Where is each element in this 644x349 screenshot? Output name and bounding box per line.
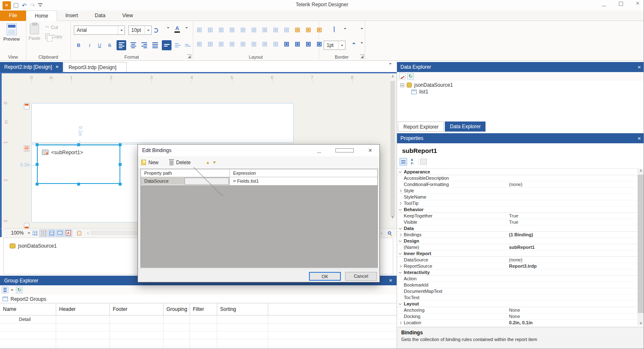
- column-header[interactable]: Filter: [190, 303, 217, 315]
- property-value[interactable]: subReport1: [506, 245, 637, 250]
- font-color-button[interactable]: BA: [174, 25, 180, 31]
- font-size-combobox[interactable]: 10pt: [128, 26, 152, 35]
- align-right-button[interactable]: [139, 40, 149, 50]
- file-tab[interactable]: File: [0, 10, 26, 21]
- doc-tab-close-icon[interactable]: ✕: [55, 62, 59, 72]
- remove-horizontal-spacing-icon[interactable]: [229, 41, 236, 47]
- scroll-down-icon[interactable]: ∨: [390, 215, 396, 219]
- show-text-markers-icon[interactable]: A: [65, 230, 72, 237]
- tab-data-explorer[interactable]: Data Explorer: [445, 122, 486, 132]
- bring-to-front-icon[interactable]: [283, 41, 290, 47]
- arrange-icon[interactable]: [316, 27, 323, 33]
- collapse-icon[interactable]: [400, 83, 404, 87]
- zoom-dropdown-icon[interactable]: [28, 233, 30, 235]
- property-value[interactable]: Report3.trdp: [506, 264, 637, 269]
- alphabetical-sort-icon[interactable]: AZ↓: [409, 158, 416, 165]
- scrollbar-thumb[interactable]: [390, 81, 395, 217]
- cut-button[interactable]: ✂ Cut: [45, 24, 58, 30]
- undo-icon[interactable]: ↶: [22, 2, 27, 9]
- delete-binding-button[interactable]: Delete: [176, 160, 191, 165]
- move-up-icon[interactable]: ▲: [206, 160, 210, 165]
- property-category-row[interactable]: Appearance: [397, 169, 637, 175]
- dialog-maximize-icon[interactable]: [335, 148, 354, 153]
- resize-handle[interactable]: [36, 183, 39, 186]
- align-top-button[interactable]: [162, 40, 171, 50]
- align-tops-icon[interactable]: [229, 27, 236, 33]
- resize-handle[interactable]: [119, 163, 122, 166]
- scroll-right-icon[interactable]: ›: [381, 230, 382, 235]
- group-explorer-close-icon[interactable]: ✕: [389, 278, 392, 283]
- move-down-icon[interactable]: ▼: [213, 160, 217, 165]
- strikethrough-button[interactable]: S: [105, 40, 114, 50]
- paste-button[interactable]: Paste: [29, 23, 40, 41]
- magnifier-icon[interactable]: [386, 230, 393, 237]
- resize-handle[interactable]: [36, 163, 39, 166]
- tab-insert[interactable]: Insert: [57, 10, 86, 21]
- property-value[interactable]: True: [506, 213, 637, 218]
- align-centers-icon[interactable]: [207, 27, 214, 33]
- same-width-icon[interactable]: [261, 27, 268, 33]
- property-value[interactable]: 0.2in, 0.1in: [506, 320, 637, 325]
- scroll-down-icon[interactable]: ∨: [637, 321, 644, 325]
- tab-view[interactable]: View: [114, 10, 141, 21]
- property-row[interactable]: DataSource(none): [397, 257, 637, 263]
- close-button[interactable]: ✕: [636, 0, 640, 6]
- restore-button[interactable]: [619, 2, 623, 6]
- align-bottoms-icon[interactable]: [250, 27, 257, 33]
- zoom-level[interactable]: 100%: [11, 230, 27, 236]
- increase-vertical-spacing-icon[interactable]: [250, 41, 257, 47]
- preview-button[interactable]: Preview: [3, 23, 20, 41]
- subreport-item[interactable]: <subReport1>: [37, 145, 120, 184]
- categorized-view-icon[interactable]: [400, 158, 407, 165]
- doc-tab-report3[interactable]: Report3.trdp [Design]: [64, 62, 127, 72]
- decrease-vertical-spacing-icon[interactable]: [261, 41, 268, 47]
- resize-handle[interactable]: [119, 183, 122, 186]
- property-row[interactable]: AccessibleDescription: [397, 175, 637, 181]
- resize-handle[interactable]: [77, 143, 80, 146]
- fit-to-page-icon[interactable]: [294, 27, 301, 33]
- cancel-button[interactable]: Cancel: [345, 272, 377, 281]
- property-row[interactable]: KeepTogetherTrue: [397, 213, 637, 219]
- border-select-button[interactable]: [334, 27, 335, 32]
- dialog-title-bar[interactable]: Edit Bindings ✕: [138, 145, 379, 156]
- detail-section-icon[interactable]: [24, 145, 29, 152]
- font-name-combobox[interactable]: Arial: [74, 26, 125, 35]
- property-row[interactable]: ToolTip: [397, 200, 637, 207]
- property-category-row[interactable]: Layout: [397, 301, 637, 307]
- resize-handle[interactable]: [119, 143, 122, 146]
- binding-row[interactable]: DataSource = Fields.list1: [141, 177, 377, 185]
- property-path-dropdown-icon[interactable]: [184, 178, 229, 185]
- property-row[interactable]: ConditionalFormatting(none): [397, 181, 637, 188]
- format-dialog-launcher-icon[interactable]: [187, 54, 191, 59]
- property-row[interactable]: Location0.2in, 0.1in: [397, 320, 637, 326]
- font-color-dropdown-icon[interactable]: [185, 28, 188, 34]
- property-value[interactable]: None: [506, 308, 637, 313]
- align-rights-icon[interactable]: [218, 27, 225, 33]
- show-ruler-icon[interactable]: [56, 230, 64, 237]
- column-header[interactable]: Header: [56, 303, 110, 315]
- align-left-button[interactable]: [117, 40, 126, 50]
- border-color-dropdown-icon[interactable]: [361, 44, 363, 49]
- property-row[interactable]: Style: [397, 188, 637, 194]
- column-header[interactable]: Footer: [110, 303, 164, 315]
- send-to-back-icon[interactable]: [294, 41, 301, 47]
- background-color-dropdown-icon[interactable]: [167, 28, 169, 34]
- center-in-form-icon[interactable]: [305, 27, 312, 33]
- same-size-icon[interactable]: [283, 27, 290, 33]
- group-row-detail[interactable]: Detail: [0, 315, 397, 323]
- copy-button[interactable]: Copy: [45, 34, 62, 39]
- dialog-minimize-icon[interactable]: [317, 148, 321, 153]
- align-center-button[interactable]: [128, 40, 138, 50]
- property-row[interactable]: TocText: [397, 295, 637, 301]
- tab-report-explorer[interactable]: Report Explorer: [398, 122, 444, 132]
- canvas-vertical-scrollbar[interactable]: ∧ ∨: [390, 74, 396, 225]
- send-backward-icon[interactable]: [316, 41, 323, 47]
- same-height-icon[interactable]: [272, 27, 279, 33]
- align-middles-icon[interactable]: [239, 27, 247, 33]
- property-value[interactable]: None: [506, 314, 637, 319]
- tab-data[interactable]: Data: [86, 10, 114, 21]
- equal-horizontal-spacing-icon[interactable]: [196, 41, 203, 47]
- group-view-mode-dropdown-icon[interactable]: [11, 290, 13, 292]
- justify-button[interactable]: [150, 40, 160, 50]
- resize-handle[interactable]: [36, 143, 39, 146]
